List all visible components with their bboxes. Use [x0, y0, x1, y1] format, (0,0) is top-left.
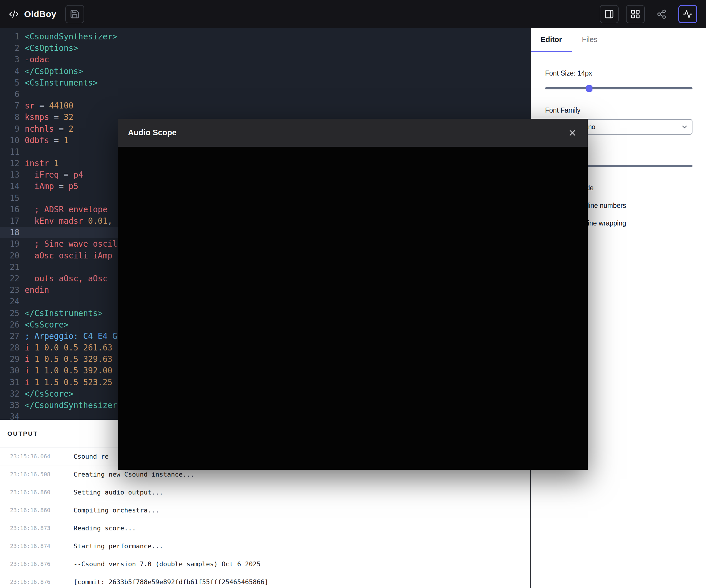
panel-toggle-button[interactable] — [600, 5, 619, 23]
line-number: 34 — [0, 411, 19, 420]
log-timestamp: 23:16:16.508 — [0, 471, 74, 477]
line-number: 24 — [0, 296, 19, 307]
line-number: 5 — [0, 77, 19, 88]
code-text — [19, 411, 25, 420]
log-message: Compiling orchestra... — [74, 507, 159, 514]
code-text — [19, 261, 25, 273]
line-number: 12 — [0, 158, 19, 169]
log-row: 23:16:16.876--Csound version 7.0 (double… — [0, 555, 531, 573]
code-line[interactable]: 2<CsOptions> — [0, 42, 531, 54]
code-text: outs aOsc, aOsc — [19, 273, 107, 284]
code-text: </CsScore> — [19, 388, 74, 400]
line-number: 7 — [0, 100, 19, 112]
code-line[interactable]: 7sr = 44100 — [0, 100, 531, 112]
log-row: 23:16:16.874Starting performance... — [0, 537, 531, 555]
code-icon — [9, 9, 19, 19]
code-line[interactable]: 4</CsOptions> — [0, 66, 531, 77]
line-number: 9 — [0, 123, 19, 135]
code-line[interactable]: 6 — [0, 88, 531, 100]
code-text — [19, 88, 25, 100]
line-number: 14 — [0, 180, 19, 192]
log-timestamp: 23:16:16.860 — [0, 507, 74, 513]
line-number: 8 — [0, 112, 19, 123]
code-text: kEnv madsr 0.01, — [19, 215, 112, 227]
code-text: instr 1 — [19, 158, 59, 169]
log-row: 23:16:16.860Compiling orchestra... — [0, 501, 531, 519]
code-text: <CsoundSynthesizer> — [19, 31, 117, 42]
code-text — [19, 227, 25, 238]
log-message: Reading score... — [74, 524, 136, 532]
code-text — [19, 192, 25, 204]
close-icon — [568, 128, 577, 138]
audio-scope-canvas — [118, 147, 588, 470]
code-text: aOsc oscili iAmp — [19, 250, 112, 261]
line-number: 27 — [0, 331, 19, 342]
code-text: <CsScore> — [19, 319, 69, 331]
code-text: endin — [19, 284, 49, 296]
topbar-actions — [600, 5, 697, 23]
log-timestamp: 23:16:16.873 — [0, 525, 74, 531]
audio-scope-button[interactable] — [678, 5, 697, 23]
log-message: [commit: 2633b5f788e59e892fdfb61f55fff25… — [74, 578, 268, 586]
line-number: 18 — [0, 227, 19, 238]
line-number: 33 — [0, 400, 19, 411]
log-message: Starting performance... — [74, 542, 163, 550]
code-line[interactable]: 5<CsInstruments> — [0, 77, 531, 88]
activity-icon — [683, 9, 693, 19]
share-button[interactable] — [652, 5, 671, 23]
code-text: ; ADSR envelope — [19, 204, 107, 215]
chevron-down-icon — [681, 123, 689, 131]
code-text: -odac — [19, 54, 49, 65]
line-number: 4 — [0, 66, 19, 77]
code-text: i 1 1.0 0.5 392.00 — [19, 365, 112, 376]
code-text: i 1 0.0 0.5 261.63 — [19, 342, 112, 353]
log-timestamp: 23:16:16.876 — [0, 561, 74, 567]
line-number: 20 — [0, 250, 19, 261]
line-number: 28 — [0, 342, 19, 353]
modal-title: Audio Scope — [128, 128, 176, 137]
code-text: i 1 0.5 0.5 329.63 — [19, 353, 112, 365]
line-number: 29 — [0, 353, 19, 365]
line-number: 6 — [0, 88, 19, 100]
tab-editor[interactable]: Editor — [531, 28, 572, 52]
code-text: nchnls = 2 — [19, 123, 74, 135]
code-text — [19, 296, 25, 307]
line-number: 10 — [0, 135, 19, 146]
layout-grid-button[interactable] — [626, 5, 645, 23]
brand: OldBoy — [9, 5, 84, 23]
code-line[interactable]: 3-odac — [0, 54, 531, 65]
font-size-slider-thumb[interactable] — [586, 85, 592, 92]
save-icon — [70, 9, 80, 19]
line-number: 19 — [0, 238, 19, 250]
line-number: 26 — [0, 319, 19, 331]
line-number: 2 — [0, 42, 19, 54]
log-row: 23:16:16.876[commit: 2633b5f788e59e892fd… — [0, 573, 531, 588]
topbar: OldBoy — [0, 0, 706, 28]
line-number: 13 — [0, 169, 19, 180]
line-number: 32 — [0, 388, 19, 400]
line-number: 11 — [0, 146, 19, 158]
panel-right-icon — [604, 9, 614, 19]
save-button[interactable] — [65, 5, 84, 23]
line-number: 31 — [0, 377, 19, 388]
code-text: ksmps = 32 — [19, 112, 74, 123]
font-family-label: Font Family — [545, 107, 693, 114]
code-text: ; Sine wave oscil — [19, 238, 117, 250]
tab-files[interactable]: Files — [572, 28, 607, 52]
log-row: 23:16:16.860Setting audio output... — [0, 483, 531, 501]
code-line[interactable]: 1<CsoundSynthesizer> — [0, 31, 531, 42]
modal-header: Audio Scope — [118, 119, 588, 147]
log-timestamp: 23:16:16.874 — [0, 543, 74, 549]
line-number: 17 — [0, 215, 19, 227]
code-text: iAmp = p5 — [19, 180, 78, 192]
share-icon — [657, 9, 667, 19]
code-text — [19, 146, 25, 158]
sidebar-tabs: EditorFiles — [531, 28, 706, 52]
code-text: <CsOptions> — [19, 42, 78, 54]
line-number: 15 — [0, 192, 19, 204]
code-text: i 1 1.5 0.5 523.25 — [19, 377, 112, 388]
log-message: Creating new Csound instance... — [74, 471, 194, 478]
log-timestamp: 23:16:16.860 — [0, 489, 74, 495]
font-size-slider[interactable] — [545, 87, 693, 89]
modal-close-button[interactable] — [568, 128, 577, 138]
